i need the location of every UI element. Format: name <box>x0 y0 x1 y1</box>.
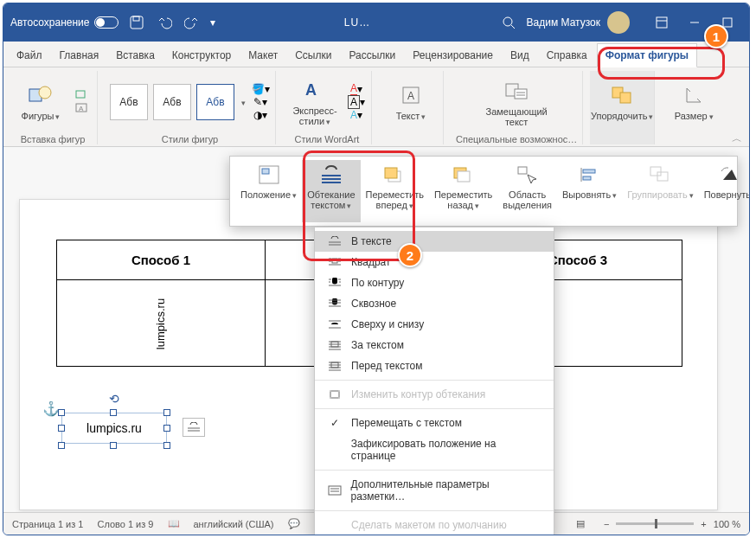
wrap-through[interactable]: Сквозное <box>315 293 554 314</box>
zoom-value[interactable]: 100 % <box>714 519 740 529</box>
wordart-quickstyles-button[interactable]: A Экспресс- стили <box>288 74 342 129</box>
autosave-label: Автосохранение <box>10 16 89 29</box>
shape-outline-button[interactable]: ✎▾ <box>251 96 270 108</box>
tab-file[interactable]: Файл <box>9 44 50 67</box>
tab-layout[interactable]: Макет <box>240 44 285 67</box>
svg-point-71 <box>330 390 331 392</box>
svg-point-9 <box>39 86 51 99</box>
wrap-tight[interactable]: По контуру <box>315 272 554 293</box>
send-backward-button[interactable]: Переместить назад <box>429 160 497 222</box>
save-icon[interactable] <box>127 13 146 32</box>
svg-rect-39 <box>650 167 661 176</box>
svg-point-73 <box>330 397 331 399</box>
selection-pane-button[interactable]: Область выделения <box>497 160 557 222</box>
wrap-more-options[interactable]: Дополнительные параметры разметки… <box>315 474 554 507</box>
status-proofing-icon[interactable]: 📖 <box>168 518 180 529</box>
wrap-edit-points: Изменить контур обтекания <box>315 384 554 405</box>
svg-point-72 <box>338 390 340 392</box>
arrange-button[interactable]: Упорядочить <box>595 80 649 124</box>
size-button[interactable]: Размер <box>667 80 721 124</box>
svg-rect-4 <box>657 17 667 28</box>
avatar[interactable] <box>607 11 630 34</box>
wrap-set-default: Сделать макетом по умолчанию <box>315 515 554 535</box>
shape-style-3[interactable]: Абв <box>196 84 234 120</box>
svg-rect-10 <box>76 91 85 98</box>
alt-text-button[interactable]: Замещающий текст <box>490 75 543 129</box>
status-language[interactable]: английский (США) <box>194 519 274 529</box>
tab-design[interactable]: Конструктор <box>164 44 239 67</box>
svg-text:A: A <box>79 105 84 112</box>
status-words[interactable]: Слово 1 из 9 <box>97 519 153 529</box>
shape-style-1[interactable]: Абв <box>110 84 148 120</box>
selected-shape[interactable]: lumpics.ru <box>61 413 167 444</box>
shape-fill-button[interactable]: 🪣▾ <box>251 83 270 95</box>
align-button[interactable]: Выровнять <box>557 160 622 222</box>
collapse-ribbon-icon[interactable]: ︿ <box>732 131 742 146</box>
group-wordart-styles: Стили WordArt <box>295 132 360 144</box>
wrap-front[interactable]: Перед текстом <box>315 355 554 376</box>
svg-text:A: A <box>407 90 414 102</box>
svg-rect-17 <box>515 89 527 99</box>
tab-mail[interactable]: Рассылки <box>341 44 403 67</box>
svg-rect-21 <box>620 93 631 103</box>
status-page[interactable]: Страница 1 из 1 <box>12 519 83 529</box>
redo-icon[interactable] <box>183 13 202 32</box>
text-button[interactable]: A Текст <box>384 80 438 124</box>
rotation-handle[interactable]: ⟲ <box>109 392 119 406</box>
tab-home[interactable]: Главная <box>52 44 107 67</box>
shape-effects-button[interactable]: ◑▾ <box>251 109 270 121</box>
undo-icon[interactable] <box>155 13 174 32</box>
annotation-highlight-1 <box>598 47 725 80</box>
tab-refs[interactable]: Ссылки <box>287 44 339 67</box>
annotation-marker-2: 2 <box>398 243 422 267</box>
rotate-button[interactable]: Повернуть <box>699 160 750 222</box>
group-shape-styles: Стили фигур <box>162 132 218 144</box>
shape-style-2[interactable]: Абв <box>153 84 191 120</box>
svg-rect-40 <box>657 172 668 181</box>
svg-rect-27 <box>262 169 269 174</box>
zoom-in-button[interactable]: + <box>701 519 706 529</box>
group-button: Группировать <box>622 160 699 222</box>
shapes-gallery-button[interactable]: Фигуры <box>14 80 67 124</box>
zoom-slider[interactable] <box>616 522 694 525</box>
svg-rect-7 <box>723 18 732 27</box>
svg-rect-34 <box>458 171 470 182</box>
textbox-icon[interactable]: A <box>73 102 92 114</box>
wrap-fix-position[interactable]: Зафиксировать положение на странице <box>315 433 554 466</box>
svg-rect-38 <box>583 176 591 180</box>
text-outline-button[interactable]: A▾ <box>347 96 366 108</box>
group-accessibility: Специальные возможнос… <box>456 132 577 144</box>
user-name: Вадим Матузок <box>527 16 600 29</box>
tab-view[interactable]: Вид <box>503 44 537 67</box>
search-icon[interactable] <box>499 13 518 32</box>
svg-line-3 <box>511 25 515 29</box>
annotation-marker-1: 1 <box>704 24 728 48</box>
doc-title: LU… <box>224 16 490 29</box>
wrap-behind[interactable]: За текстом <box>315 335 554 355</box>
zoom-out-button[interactable]: − <box>604 519 609 529</box>
svg-marker-41 <box>723 170 737 180</box>
svg-rect-75 <box>329 486 341 495</box>
svg-point-2 <box>503 17 512 26</box>
ribbon-options-icon[interactable] <box>647 11 676 34</box>
status-accessibility-icon[interactable]: 💬 <box>288 518 300 529</box>
text-effects-button[interactable]: A▾ <box>347 109 366 121</box>
wrap-text-dropdown: В тексте Квадрат По контуру Сквозное Све… <box>314 227 554 535</box>
layout-options-icon[interactable] <box>183 418 205 437</box>
group-insert-shapes: Вставка фигур <box>21 132 86 144</box>
position-button[interactable]: Положение <box>235 160 302 222</box>
svg-rect-35 <box>518 167 527 174</box>
table-cell-1: lumpics.ru <box>57 280 266 367</box>
tab-help[interactable]: Справка <box>539 44 595 67</box>
autosave-toggle[interactable] <box>94 16 119 29</box>
wrap-topbottom[interactable]: Сверху и снизу <box>315 314 554 335</box>
wrap-move-with-text[interactable]: Перемещать с текстом <box>315 413 554 433</box>
svg-rect-1 <box>133 16 139 21</box>
view-web-icon[interactable]: ▤ <box>571 516 590 532</box>
text-fill-button[interactable]: A▾ <box>347 83 366 95</box>
edit-shape-icon[interactable] <box>73 89 92 101</box>
svg-rect-70 <box>330 391 339 398</box>
tab-review[interactable]: Рецензирование <box>405 44 501 67</box>
svg-rect-0 <box>131 16 143 29</box>
tab-insert[interactable]: Вставка <box>108 44 163 67</box>
